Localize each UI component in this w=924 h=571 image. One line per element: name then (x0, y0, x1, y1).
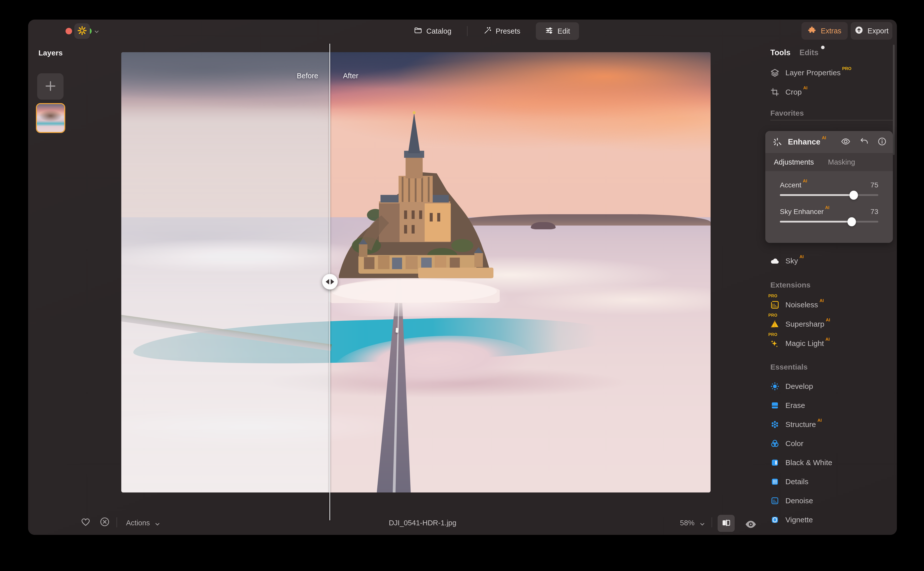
details-icon (769, 476, 780, 487)
sky-enhancer-slider-row: Sky EnhancerAI 73 (780, 208, 878, 216)
enhance-tabs: Adjustments Masking (765, 153, 893, 171)
compare-view-toggle-button[interactable] (718, 515, 735, 532)
before-label: Before (297, 72, 318, 80)
pro-badge: PRO (768, 332, 777, 337)
luminar-star-icon (77, 26, 87, 37)
sky-enhancer-label: Sky EnhancerAI (780, 208, 830, 216)
panel-tab-tools[interactable]: Tools (770, 48, 791, 57)
supersharp-icon: PRO (769, 319, 780, 330)
tab-presets-label: Presets (496, 27, 520, 35)
tool-row-label: Develop (785, 382, 813, 390)
tab-edit-label: Edit (557, 27, 570, 35)
accent-slider-track[interactable] (780, 194, 878, 196)
tool-row-label: Black & White (785, 458, 832, 467)
tool-row-crop[interactable]: CropAI (769, 85, 895, 99)
preview-eye-icon[interactable] (744, 518, 757, 532)
tab-edit[interactable]: Edit (536, 22, 579, 40)
essentials-heading: Essentials (770, 363, 808, 371)
compare-eye-icon[interactable] (840, 136, 851, 148)
tab-catalog[interactable]: Catalog (405, 22, 461, 40)
arrow-left-icon (326, 279, 329, 284)
tool-row-denoise[interactable]: Denoise (769, 494, 895, 508)
sky-enhancer-slider-knob[interactable] (847, 217, 856, 226)
cloud-icon (769, 255, 780, 267)
app-window: Catalog Presets Edit Extras (28, 20, 897, 535)
tool-row-black-and-white[interactable]: Black & White (769, 455, 895, 470)
tool-row-structure[interactable]: StructureAI (769, 417, 895, 432)
noiseless-icon: PRO (769, 299, 780, 310)
extensions-heading: Extensions (770, 281, 811, 289)
tool-row-erase[interactable]: Erase (769, 398, 895, 412)
enhance-body: AccentAI 75 Sky EnhancerAI 73 (765, 171, 893, 243)
magic-wand-icon (483, 26, 492, 36)
layer-thumbnail-selected[interactable] (36, 103, 65, 133)
magic-light-icon: PRO (769, 338, 780, 349)
tool-row-label: SkyAI (785, 257, 804, 265)
tab-presets[interactable]: Presets (474, 22, 529, 40)
close-window-button[interactable] (65, 28, 72, 34)
split-compare-icon (721, 518, 731, 529)
enhance-sparkle-icon (772, 136, 783, 148)
tab-adjustments[interactable]: Adjustments (774, 158, 814, 166)
sky-enhancer-slider-track[interactable] (780, 221, 878, 222)
panel-scrollbar[interactable] (893, 45, 895, 155)
bottom-bar-divider (712, 517, 712, 527)
panel-section-divider (770, 120, 894, 120)
actions-chevron-down-icon[interactable] (154, 521, 161, 528)
tool-row-magic-light[interactable]: PRO Magic LightAI (769, 336, 895, 350)
reject-x-circle-icon[interactable] (99, 517, 110, 528)
export-up-arrow-icon (854, 26, 864, 36)
develop-sun-icon (769, 381, 780, 392)
tool-row-label: Color (785, 439, 803, 448)
tool-row-label: NoiselessAI (785, 301, 824, 309)
plus-icon (44, 80, 57, 94)
folder-icon (414, 26, 423, 36)
photo-vehicle-on-bridge (395, 328, 398, 333)
favorite-heart-icon[interactable] (80, 517, 91, 528)
tool-row-layer-properties[interactable]: Layer PropertiesPRO (769, 66, 895, 80)
compare-slider-handle[interactable] (322, 274, 338, 290)
mont-saint-michel-illustration (329, 105, 500, 303)
tool-row-noiseless[interactable]: PRO NoiselessAI (769, 298, 895, 312)
luminar-logo-button[interactable] (74, 23, 90, 39)
export-label: Export (868, 27, 888, 35)
actions-dropdown[interactable]: Actions (126, 519, 150, 527)
add-layer-button[interactable] (37, 73, 63, 100)
tool-row-supersharp[interactable]: PRO SupersharpAI (769, 317, 895, 331)
enhance-title: EnhanceAI (788, 137, 826, 147)
color-circles-icon (769, 438, 780, 449)
tool-row-vignette[interactable]: Vignette (769, 513, 895, 527)
logo-chevron-down-icon[interactable] (93, 28, 101, 36)
reset-undo-icon[interactable] (859, 137, 869, 147)
edits-notification-dot (821, 46, 825, 49)
after-label: After (343, 72, 358, 80)
tab-masking[interactable]: Masking (828, 158, 855, 166)
export-button[interactable]: Export (851, 22, 892, 40)
favorites-heading: Favorites (770, 109, 804, 117)
enhance-header[interactable]: EnhanceAI (765, 131, 893, 153)
tool-row-label: Vignette (785, 515, 813, 524)
arrow-right-icon (331, 279, 334, 284)
extras-label: Extras (821, 27, 841, 35)
tool-row-label: Denoise (785, 497, 813, 505)
info-icon[interactable] (877, 137, 887, 147)
image-canvas[interactable] (121, 52, 710, 492)
tool-row-label: SupersharpAI (785, 320, 830, 329)
accent-slider-row: AccentAI 75 (780, 181, 878, 189)
tool-row-label: Layer PropertiesPRO (785, 68, 851, 77)
tool-row-color[interactable]: Color (769, 437, 895, 451)
zoom-chevron-down-icon[interactable] (699, 521, 706, 528)
tool-row-develop[interactable]: Develop (769, 379, 895, 394)
accent-slider-knob[interactable] (850, 191, 858, 200)
sliders-icon (545, 26, 553, 36)
accent-value: 75 (870, 181, 878, 189)
tool-row-details[interactable]: Details (769, 475, 895, 489)
panel-tab-edits[interactable]: Edits (799, 48, 819, 57)
tool-row-sky[interactable]: SkyAI (769, 254, 895, 268)
eraser-icon (769, 400, 780, 411)
extras-button[interactable]: Extras (802, 22, 848, 40)
zoom-level-dropdown[interactable]: 58% (680, 519, 695, 527)
tool-row-label: StructureAI (785, 420, 822, 429)
tool-row-label: Magic LightAI (785, 339, 830, 348)
view-switcher: Catalog Presets Edit (405, 22, 579, 40)
